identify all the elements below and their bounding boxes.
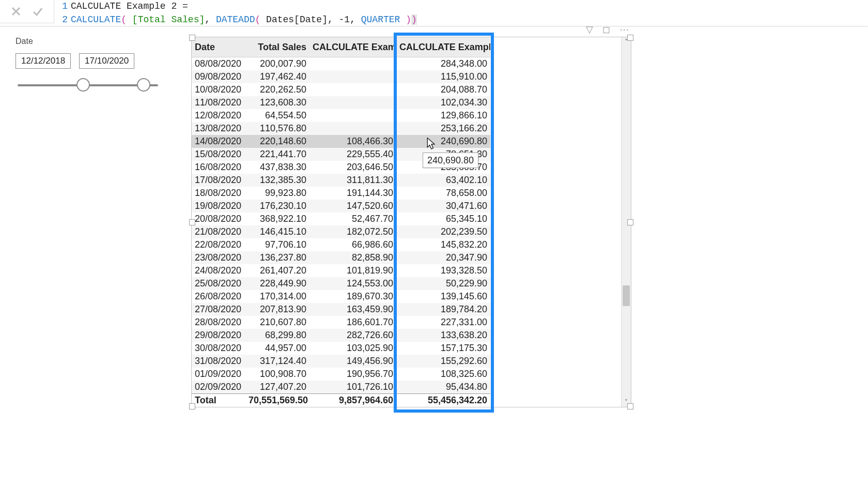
cell-calc-ex2[interactable]: 253,166.20 <box>396 122 490 135</box>
cell-calc-ex2[interactable]: 78,658.00 <box>396 187 490 200</box>
cell-date[interactable]: 23/08/2020 <box>192 251 245 264</box>
cell-date[interactable]: 28/08/2020 <box>192 316 245 329</box>
cell-calc-ex2[interactable]: 63,402.10 <box>396 174 490 187</box>
cell-total-sales[interactable]: 228,449.90 <box>245 277 309 290</box>
cell-calc-ex1[interactable]: 101,819.90 <box>309 264 396 277</box>
cell-total-sales[interactable]: 261,407.20 <box>245 264 309 277</box>
resize-handle[interactable] <box>189 403 195 409</box>
cell-calc-ex1[interactable]: 282,726.60 <box>309 329 396 342</box>
cell-date[interactable]: 27/08/2020 <box>192 303 245 316</box>
cell-total-sales[interactable]: 200,007.90 <box>245 57 309 70</box>
cell-date[interactable]: 12/08/2020 <box>192 109 245 122</box>
cell-calc-ex2[interactable]: 30,471.60 <box>396 200 490 212</box>
cell-calc-ex1[interactable]: 163,459.90 <box>309 303 396 316</box>
cell-date[interactable]: 08/08/2020 <box>192 57 245 70</box>
cell-calc-ex1[interactable]: 189,670.30 <box>309 290 396 303</box>
cell-calc-ex1[interactable]: 108,466.30 <box>309 135 396 148</box>
cell-total-sales[interactable]: 146,415.10 <box>245 225 309 238</box>
cell-calc-ex1[interactable]: 191,144.30 <box>309 187 396 200</box>
cell-total-sales[interactable]: 197,462.40 <box>245 70 309 83</box>
cell-calc-ex1[interactable]: 124,553.00 <box>309 277 396 290</box>
cell-calc-ex1[interactable]: 229,555.40 <box>309 148 396 161</box>
slider-handle-from[interactable] <box>76 78 90 92</box>
cell-calc-ex1[interactable]: 147,520.60 <box>309 200 396 212</box>
cell-total-sales[interactable]: 368,922.10 <box>245 212 309 225</box>
cell-total-sales[interactable]: 110,576.80 <box>245 122 309 135</box>
cell-calc-ex2[interactable]: 95,434.80 <box>396 381 490 393</box>
cell-calc-ex2[interactable]: 157,175.30 <box>396 342 490 355</box>
cell-calc-ex1[interactable] <box>309 122 396 135</box>
cell-total-sales[interactable]: 64,554.50 <box>245 109 309 122</box>
cell-date[interactable]: 26/08/2020 <box>192 290 245 303</box>
cell-calc-ex2[interactable]: 204,088.70 <box>396 83 490 96</box>
cell-date[interactable]: 09/08/2020 <box>192 70 245 83</box>
column-header-total-sales[interactable]: Total Sales <box>245 37 309 57</box>
cell-calc-ex2[interactable]: 50,229.90 <box>396 277 490 290</box>
cell-total-sales[interactable]: 68,299.80 <box>245 329 309 342</box>
cell-calc-ex1[interactable] <box>309 96 396 109</box>
cell-calc-ex2[interactable]: 227,331.00 <box>396 316 490 329</box>
vertical-scrollbar[interactable]: ˄ ˅ <box>621 37 631 407</box>
cell-date[interactable]: 14/08/2020 <box>192 135 245 148</box>
cell-calc-ex1[interactable] <box>309 83 396 96</box>
cell-calc-ex1[interactable]: 203,646.50 <box>309 161 396 174</box>
cell-total-sales[interactable]: 220,148.60 <box>245 135 309 148</box>
cell-total-sales[interactable]: 221,441.70 <box>245 148 309 161</box>
cell-calc-ex1[interactable] <box>309 70 396 83</box>
more-icon[interactable]: ⋯ <box>619 24 629 35</box>
cell-calc-ex1[interactable]: 190,956.70 <box>309 368 396 381</box>
cell-calc-ex1[interactable]: 52,467.70 <box>309 212 396 225</box>
slicer-from[interactable]: 12/12/2018 <box>16 53 71 69</box>
cell-total-sales[interactable]: 207,813.90 <box>245 303 309 316</box>
cell-total-sales[interactable]: 170,314.00 <box>245 290 309 303</box>
data-grid[interactable]: Date 08/08/202009/08/202010/08/202011/08… <box>192 37 621 407</box>
cell-calc-ex2[interactable]: 115,910.00 <box>396 70 490 83</box>
resize-handle[interactable] <box>189 35 195 41</box>
cell-calc-ex2[interactable]: 139,145.60 <box>396 290 490 303</box>
cell-calc-ex2[interactable]: 145,832.20 <box>396 238 490 251</box>
cell-total-sales[interactable]: 437,838.30 <box>245 161 309 174</box>
cell-calc-ex2[interactable]: 240,690.80 <box>396 135 490 148</box>
cell-total-sales[interactable]: 136,237.80 <box>245 251 309 264</box>
cell-date[interactable]: 15/08/2020 <box>192 148 245 161</box>
cell-calc-ex1[interactable]: 182,072.50 <box>309 225 396 238</box>
cancel-icon[interactable] <box>10 5 22 18</box>
cell-calc-ex2[interactable]: 108,325.60 <box>396 368 490 381</box>
resize-handle[interactable] <box>627 35 633 41</box>
cell-date[interactable]: 17/08/2020 <box>192 174 245 187</box>
cell-calc-ex1[interactable]: 66,986.60 <box>309 238 396 251</box>
cell-calc-ex2[interactable]: 284,348.00 <box>396 57 490 70</box>
resize-handle[interactable] <box>189 219 195 225</box>
filter-icon[interactable]: ▽ <box>586 24 593 35</box>
table-visual[interactable]: ▽ ◻ ⋯ Date 08/08/202009/08/202010/08/202… <box>191 37 631 407</box>
cell-total-sales[interactable]: 99,923.80 <box>245 187 309 200</box>
formula-editor[interactable]: 1 CALCULATE Example 2 = 2 CALCULATE( [To… <box>54 0 420 26</box>
cell-date[interactable]: 24/08/2020 <box>192 264 245 277</box>
cell-date[interactable]: 10/08/2020 <box>192 83 245 96</box>
cell-total-sales[interactable]: 44,957.00 <box>245 342 309 355</box>
cell-total-sales[interactable]: 220,262.50 <box>245 83 309 96</box>
column-header-calc-ex1[interactable]: CALCULATE Examples <box>309 37 396 57</box>
cell-calc-ex1[interactable]: 149,456.90 <box>309 355 396 368</box>
cell-calc-ex2[interactable]: 133,638.20 <box>396 329 490 342</box>
cell-calc-ex1[interactable]: 186,601.70 <box>309 316 396 329</box>
cell-calc-ex1[interactable] <box>309 57 396 70</box>
slicer-to[interactable]: 17/10/2020 <box>79 53 134 69</box>
cell-total-sales[interactable]: 176,230.10 <box>245 200 309 212</box>
cell-calc-ex2[interactable]: 102,034.30 <box>396 96 490 109</box>
date-slicer[interactable]: Date 12/12/2018 17/10/2020 <box>16 37 160 407</box>
cell-date[interactable]: 31/08/2020 <box>192 355 245 368</box>
cell-date[interactable]: 20/08/2020 <box>192 212 245 225</box>
focus-icon[interactable]: ◻ <box>602 24 610 35</box>
cell-date[interactable]: 30/08/2020 <box>192 342 245 355</box>
cell-date[interactable]: 16/08/2020 <box>192 161 245 174</box>
cell-calc-ex1[interactable]: 101,726.10 <box>309 381 396 393</box>
cell-date[interactable]: 21/08/2020 <box>192 225 245 238</box>
cell-date[interactable]: 18/08/2020 <box>192 187 245 200</box>
column-header-calc-ex2[interactable]: CALCULATE Example 2 <box>396 37 490 57</box>
cell-date[interactable]: 11/08/2020 <box>192 96 245 109</box>
scroll-track[interactable] <box>622 47 631 398</box>
cell-calc-ex1[interactable]: 82,858.90 <box>309 251 396 264</box>
cell-date[interactable]: 22/08/2020 <box>192 238 245 251</box>
cell-date[interactable]: 02/09/2020 <box>192 381 245 393</box>
